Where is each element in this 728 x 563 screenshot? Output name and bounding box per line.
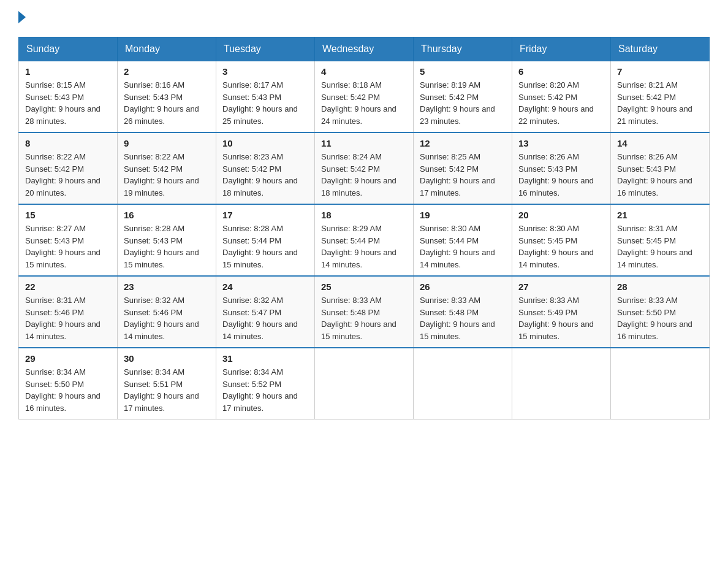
day-number: 13: [518, 138, 604, 148]
day-number: 18: [321, 210, 407, 220]
calendar-day-cell: 23Sunrise: 8:32 AMSunset: 5:46 PMDayligh…: [118, 276, 216, 348]
day-number: 15: [25, 210, 111, 220]
calendar-day-cell: 22Sunrise: 8:31 AMSunset: 5:46 PMDayligh…: [19, 276, 118, 348]
day-number: 22: [25, 282, 111, 292]
day-info: Sunrise: 8:27 AMSunset: 5:43 PMDaylight:…: [25, 223, 111, 270]
day-info: Sunrise: 8:25 AMSunset: 5:42 PMDaylight:…: [420, 151, 506, 199]
day-number: 8: [25, 138, 111, 148]
calendar-day-cell: 1Sunrise: 8:15 AMSunset: 5:43 PMDaylight…: [19, 61, 118, 133]
calendar-day-cell: 13Sunrise: 8:26 AMSunset: 5:43 PMDayligh…: [512, 132, 611, 204]
day-info: Sunrise: 8:33 AMSunset: 5:48 PMDaylight:…: [420, 294, 506, 342]
calendar-day-cell: 10Sunrise: 8:23 AMSunset: 5:42 PMDayligh…: [216, 132, 315, 204]
day-info: Sunrise: 8:22 AMSunset: 5:42 PMDaylight:…: [25, 151, 111, 199]
day-info: Sunrise: 8:33 AMSunset: 5:48 PMDaylight:…: [321, 294, 407, 342]
day-number: 24: [222, 282, 308, 292]
day-info: Sunrise: 8:20 AMSunset: 5:42 PMDaylight:…: [518, 79, 604, 127]
day-info: Sunrise: 8:30 AMSunset: 5:44 PMDaylight:…: [420, 223, 506, 270]
day-info: Sunrise: 8:17 AMSunset: 5:43 PMDaylight:…: [222, 79, 308, 127]
calendar-day-cell: 28Sunrise: 8:33 AMSunset: 5:50 PMDayligh…: [611, 276, 710, 348]
calendar-day-cell: 30Sunrise: 8:34 AMSunset: 5:51 PMDayligh…: [118, 348, 216, 419]
day-info: Sunrise: 8:28 AMSunset: 5:43 PMDaylight:…: [124, 223, 210, 270]
day-info: Sunrise: 8:34 AMSunset: 5:50 PMDaylight:…: [25, 366, 111, 414]
calendar-day-cell: 31Sunrise: 8:34 AMSunset: 5:52 PMDayligh…: [216, 348, 315, 419]
weekday-header-saturday: Saturday: [611, 37, 710, 61]
day-info: Sunrise: 8:30 AMSunset: 5:45 PMDaylight:…: [518, 223, 604, 270]
day-info: Sunrise: 8:33 AMSunset: 5:50 PMDaylight:…: [617, 294, 703, 342]
calendar-week-row: 22Sunrise: 8:31 AMSunset: 5:46 PMDayligh…: [19, 276, 710, 348]
day-info: Sunrise: 8:19 AMSunset: 5:42 PMDaylight:…: [420, 79, 506, 127]
day-number: 30: [124, 353, 210, 364]
day-number: 31: [222, 353, 308, 364]
calendar-day-cell: 12Sunrise: 8:25 AMSunset: 5:42 PMDayligh…: [414, 132, 512, 204]
day-number: 28: [617, 282, 703, 292]
day-info: Sunrise: 8:28 AMSunset: 5:44 PMDaylight:…: [222, 223, 308, 270]
day-number: 14: [617, 138, 703, 148]
calendar-day-cell: 18Sunrise: 8:29 AMSunset: 5:44 PMDayligh…: [315, 204, 414, 276]
calendar-table: SundayMondayTuesdayWednesdayThursdayFrid…: [18, 37, 710, 419]
weekday-header-wednesday: Wednesday: [315, 37, 414, 61]
weekday-header-row: SundayMondayTuesdayWednesdayThursdayFrid…: [19, 37, 710, 61]
calendar-week-row: 15Sunrise: 8:27 AMSunset: 5:43 PMDayligh…: [19, 204, 710, 276]
day-number: 23: [124, 282, 210, 292]
day-info: Sunrise: 8:26 AMSunset: 5:43 PMDaylight:…: [617, 151, 703, 199]
day-number: 17: [222, 210, 308, 220]
weekday-header-sunday: Sunday: [19, 37, 118, 61]
day-number: 19: [420, 210, 506, 220]
calendar-day-cell: [611, 348, 710, 419]
day-number: 29: [25, 353, 111, 364]
day-number: 2: [124, 66, 210, 77]
weekday-header-tuesday: Tuesday: [216, 37, 315, 61]
calendar-day-cell: 20Sunrise: 8:30 AMSunset: 5:45 PMDayligh…: [512, 204, 611, 276]
day-number: 4: [321, 66, 407, 77]
day-info: Sunrise: 8:33 AMSunset: 5:49 PMDaylight:…: [518, 294, 604, 342]
weekday-header-thursday: Thursday: [414, 37, 512, 61]
day-number: 11: [321, 138, 407, 148]
day-info: Sunrise: 8:29 AMSunset: 5:44 PMDaylight:…: [321, 223, 407, 270]
weekday-header-monday: Monday: [118, 37, 216, 61]
day-number: 1: [25, 66, 111, 77]
calendar-day-cell: 17Sunrise: 8:28 AMSunset: 5:44 PMDayligh…: [216, 204, 315, 276]
calendar-week-row: 29Sunrise: 8:34 AMSunset: 5:50 PMDayligh…: [19, 348, 710, 419]
day-number: 26: [420, 282, 506, 292]
day-number: 21: [617, 210, 703, 220]
day-info: Sunrise: 8:23 AMSunset: 5:42 PMDaylight:…: [222, 151, 308, 199]
day-info: Sunrise: 8:18 AMSunset: 5:42 PMDaylight:…: [321, 79, 407, 127]
calendar-day-cell: [512, 348, 611, 419]
logo: [18, 12, 28, 25]
weekday-header-friday: Friday: [512, 37, 611, 61]
calendar-day-cell: 14Sunrise: 8:26 AMSunset: 5:43 PMDayligh…: [611, 132, 710, 204]
day-info: Sunrise: 8:34 AMSunset: 5:51 PMDaylight:…: [124, 366, 210, 414]
calendar-day-cell: 27Sunrise: 8:33 AMSunset: 5:49 PMDayligh…: [512, 276, 611, 348]
day-info: Sunrise: 8:21 AMSunset: 5:42 PMDaylight:…: [617, 79, 703, 127]
day-number: 3: [222, 66, 308, 77]
day-info: Sunrise: 8:26 AMSunset: 5:43 PMDaylight:…: [518, 151, 604, 199]
day-info: Sunrise: 8:22 AMSunset: 5:42 PMDaylight:…: [124, 151, 210, 199]
day-info: Sunrise: 8:32 AMSunset: 5:47 PMDaylight:…: [222, 294, 308, 342]
day-number: 10: [222, 138, 308, 148]
day-number: 25: [321, 282, 407, 292]
day-number: 20: [518, 210, 604, 220]
calendar-day-cell: [315, 348, 414, 419]
calendar-day-cell: 24Sunrise: 8:32 AMSunset: 5:47 PMDayligh…: [216, 276, 315, 348]
calendar-day-cell: 21Sunrise: 8:31 AMSunset: 5:45 PMDayligh…: [611, 204, 710, 276]
calendar-week-row: 8Sunrise: 8:22 AMSunset: 5:42 PMDaylight…: [19, 132, 710, 204]
calendar-day-cell: 15Sunrise: 8:27 AMSunset: 5:43 PMDayligh…: [19, 204, 118, 276]
day-info: Sunrise: 8:31 AMSunset: 5:45 PMDaylight:…: [617, 223, 703, 270]
logo-blue-text: [18, 12, 28, 25]
calendar-day-cell: 4Sunrise: 8:18 AMSunset: 5:42 PMDaylight…: [315, 61, 414, 133]
day-info: Sunrise: 8:24 AMSunset: 5:42 PMDaylight:…: [321, 151, 407, 199]
calendar-day-cell: 29Sunrise: 8:34 AMSunset: 5:50 PMDayligh…: [19, 348, 118, 419]
day-info: Sunrise: 8:32 AMSunset: 5:46 PMDaylight:…: [124, 294, 210, 342]
calendar-day-cell: [414, 348, 512, 419]
calendar-day-cell: 19Sunrise: 8:30 AMSunset: 5:44 PMDayligh…: [414, 204, 512, 276]
calendar-day-cell: 3Sunrise: 8:17 AMSunset: 5:43 PMDaylight…: [216, 61, 315, 133]
day-info: Sunrise: 8:16 AMSunset: 5:43 PMDaylight:…: [124, 79, 210, 127]
calendar-day-cell: 16Sunrise: 8:28 AMSunset: 5:43 PMDayligh…: [118, 204, 216, 276]
page-header: [18, 12, 710, 25]
day-number: 16: [124, 210, 210, 220]
day-number: 12: [420, 138, 506, 148]
calendar-day-cell: 26Sunrise: 8:33 AMSunset: 5:48 PMDayligh…: [414, 276, 512, 348]
calendar-day-cell: 7Sunrise: 8:21 AMSunset: 5:42 PMDaylight…: [611, 61, 710, 133]
day-number: 5: [420, 66, 506, 77]
calendar-day-cell: 11Sunrise: 8:24 AMSunset: 5:42 PMDayligh…: [315, 132, 414, 204]
